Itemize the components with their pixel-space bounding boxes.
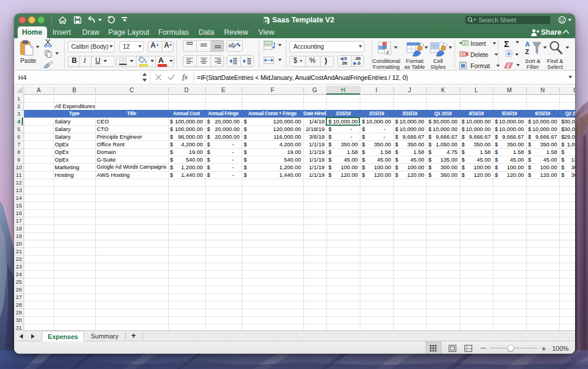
svg-text:A: A [525,41,530,48]
svg-text:≠: ≠ [386,49,389,55]
svg-text:Z: Z [525,48,529,55]
svg-text:x: x [265,19,267,23]
